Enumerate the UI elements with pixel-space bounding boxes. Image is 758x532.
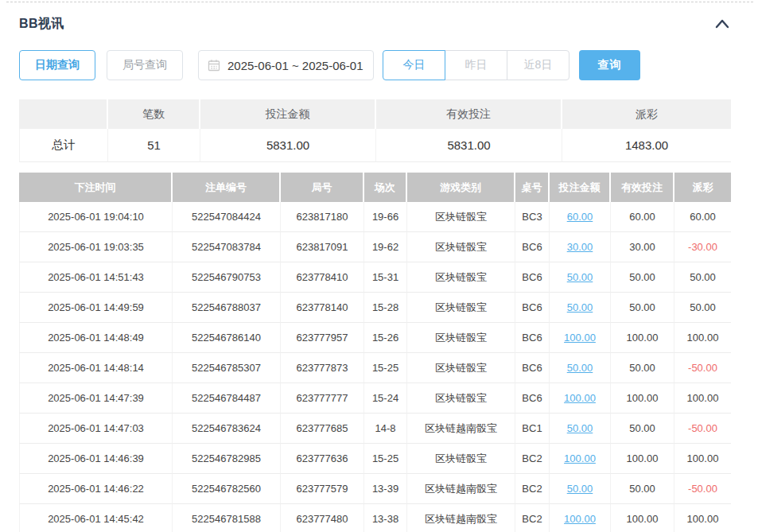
cell-round-id: 623777579 [281, 474, 364, 504]
cell-session: 19-66 [364, 202, 407, 232]
cell-round-id: 623777873 [281, 353, 364, 383]
records-header-payout: 派彩 [674, 173, 731, 202]
cell-round-id: 623777480 [281, 504, 364, 532]
cell-valid-bet: 100.00 [611, 504, 674, 532]
cell-game-type: 区块链骰宝 [407, 232, 515, 262]
cell-session: 15-25 [364, 444, 407, 474]
quick-range-group: 今日 昨日 近8日 [383, 50, 569, 80]
bet-amount-link[interactable]: 100.00 [564, 392, 596, 404]
search-button[interactable]: 查询 [579, 50, 640, 80]
table-row: 2025-06-01 14:48:14522546785307623777873… [19, 353, 731, 383]
date-range-value: 2025-06-01 ~ 2025-06-01 [227, 59, 363, 72]
bet-amount-link[interactable]: 50.00 [567, 301, 593, 313]
cell-game-type: 区块链骰宝 [407, 262, 515, 293]
cell-payout: -30.00 [674, 232, 731, 262]
cell-game-type: 区块链骰宝 [407, 323, 515, 353]
cell-bet-amount: 50.00 [550, 414, 611, 444]
records-header-bet-amount: 投注金额 [550, 173, 611, 202]
cell-bet-time: 2025-06-01 14:48:14 [19, 353, 173, 383]
summary-total-count: 51 [108, 129, 200, 162]
cell-table-id: BC2 [515, 444, 550, 474]
cell-bet-time: 2025-06-01 14:51:43 [19, 262, 173, 293]
cell-bet-id: 522546782985 [173, 444, 281, 474]
date-query-tab[interactable]: 日期查询 [19, 50, 95, 80]
bet-amount-link[interactable]: 50.00 [567, 362, 593, 374]
cell-game-type: 区块链骰宝 [407, 444, 515, 474]
cell-valid-bet: 50.00 [611, 414, 674, 444]
cell-bet-amount: 100.00 [550, 383, 611, 414]
quick-today-button[interactable]: 今日 [383, 50, 445, 80]
bet-amount-link[interactable]: 30.00 [567, 241, 593, 253]
summary-table: 笔数 投注金额 有效投注 派彩 总计 51 5831.00 5831.00 14… [19, 99, 731, 162]
summary-total-label: 总计 [19, 129, 108, 162]
records-header-game-type: 游戏类别 [407, 173, 515, 202]
cell-game-type: 区块链骰宝 [407, 383, 515, 414]
bet-amount-link[interactable]: 50.00 [567, 422, 593, 434]
cell-valid-bet: 50.00 [611, 262, 674, 293]
cell-bet-time: 2025-06-01 14:45:42 [19, 504, 173, 532]
cell-session: 14-8 [364, 414, 407, 444]
cell-bet-amount: 50.00 [550, 262, 611, 293]
cell-bet-time: 2025-06-01 14:48:49 [19, 323, 173, 353]
cell-valid-bet: 100.00 [611, 383, 674, 414]
date-range-input[interactable]: 2025-06-01 ~ 2025-06-01 [198, 50, 374, 80]
cell-round-id: 623777685 [281, 414, 364, 444]
quick-last8days-button[interactable]: 近8日 [507, 50, 569, 80]
cell-game-type: 区块链骰宝 [407, 353, 515, 383]
cell-valid-bet: 100.00 [611, 444, 674, 474]
cell-valid-bet: 50.00 [611, 353, 674, 383]
cell-session: 15-31 [364, 262, 407, 293]
page-title: BB视讯 [19, 16, 64, 33]
chevron-up-icon[interactable] [713, 17, 731, 31]
cell-payout: 50.00 [674, 293, 731, 323]
cell-bet-id: 522546782560 [173, 474, 281, 504]
round-query-tab[interactable]: 局号查询 [107, 50, 183, 80]
cell-bet-id: 522546790753 [173, 262, 281, 293]
records-header-row: 下注时间 注单编号 局号 场次 游戏类别 桌号 投注金额 有效投注 派彩 [19, 173, 731, 202]
summary-total-row: 总计 51 5831.00 5831.00 1483.00 [19, 129, 731, 162]
records-header-bet-id: 注单编号 [173, 173, 281, 202]
bet-amount-link[interactable]: 100.00 [564, 332, 596, 344]
cell-table-id: BC1 [515, 414, 550, 444]
bet-amount-link[interactable]: 100.00 [564, 513, 596, 525]
cell-session: 15-28 [364, 293, 407, 323]
cell-session: 15-25 [364, 353, 407, 383]
cell-session: 13-39 [364, 474, 407, 504]
summary-total-bet-amount: 5831.00 [200, 129, 376, 162]
bet-amount-link[interactable]: 50.00 [567, 271, 593, 283]
table-row: 2025-06-01 14:51:43522546790753623778410… [19, 262, 731, 293]
cell-session: 15-24 [364, 383, 407, 414]
summary-total-valid-bet: 5831.00 [376, 129, 562, 162]
summary-header-valid-bet: 有效投注 [376, 99, 562, 129]
quick-yesterday-button[interactable]: 昨日 [445, 50, 507, 80]
cell-table-id: BC6 [515, 383, 550, 414]
cell-payout: -50.00 [674, 414, 731, 444]
cell-bet-amount: 100.00 [550, 323, 611, 353]
cell-game-type: 区块链骰宝 [407, 293, 515, 323]
cell-bet-time: 2025-06-01 14:47:39 [19, 383, 173, 414]
summary-header-payout: 派彩 [562, 99, 731, 129]
filter-bar: 日期查询 局号查询 2025-06-01 ~ 2025-06-01 今日 昨日 … [19, 50, 731, 80]
summary-header-bet-amount: 投注金额 [200, 99, 376, 129]
cell-game-type: 区块链越南骰宝 [407, 414, 515, 444]
cell-payout: 100.00 [674, 444, 731, 474]
cell-payout: 100.00 [674, 504, 731, 532]
cell-bet-time: 2025-06-01 19:03:35 [19, 232, 173, 262]
cell-valid-bet: 50.00 [611, 474, 674, 504]
table-row: 2025-06-01 14:47:39522546784487623777777… [19, 383, 731, 414]
cell-bet-amount: 30.00 [550, 232, 611, 262]
cell-round-id: 623817180 [281, 202, 364, 232]
records-header-table-id: 桌号 [515, 173, 550, 202]
cell-round-id: 623778140 [281, 293, 364, 323]
cell-bet-amount: 50.00 [550, 353, 611, 383]
bet-amount-link[interactable]: 50.00 [567, 483, 593, 495]
top-divider [6, 2, 753, 2]
bet-amount-link[interactable]: 60.00 [567, 211, 593, 223]
cell-bet-time: 2025-06-01 14:49:59 [19, 293, 173, 323]
panel-header: BB视讯 [19, 15, 731, 33]
cell-round-id: 623778410 [281, 262, 364, 293]
cell-valid-bet: 30.00 [611, 232, 674, 262]
cell-table-id: BC3 [515, 202, 550, 232]
records-header-valid-bet: 有效投注 [611, 173, 674, 202]
bet-amount-link[interactable]: 100.00 [564, 452, 596, 464]
